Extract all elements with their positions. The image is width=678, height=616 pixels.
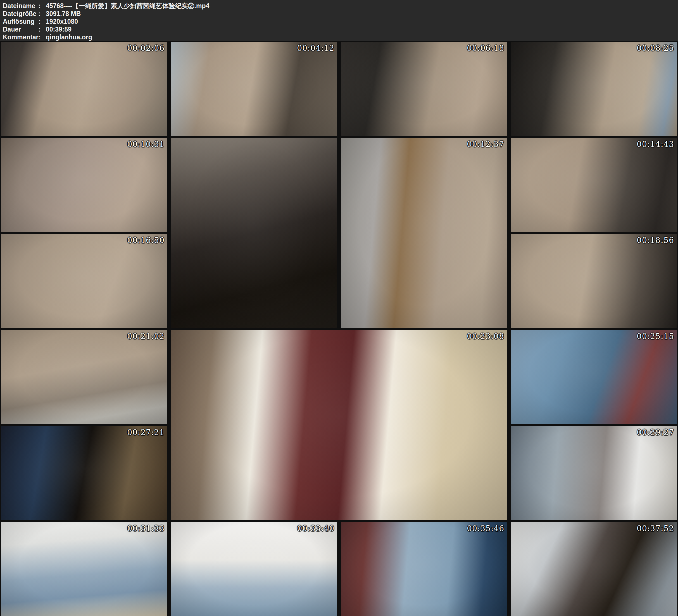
timestamp-overlay: 00:31:33 bbox=[127, 524, 164, 533]
metadata-label: Dauer bbox=[3, 26, 39, 33]
video-thumbnail-15: 00:29:27 bbox=[511, 426, 677, 520]
timestamp-overlay: 00:16:50 bbox=[127, 236, 164, 245]
metadata-label: Kommentar bbox=[3, 33, 39, 41]
metadata-value-comment: qinglanhua.org bbox=[46, 33, 92, 41]
video-thumbnail-16: 00:31:33 bbox=[1, 522, 167, 616]
video-thumbnail-5: 00:10:31 bbox=[1, 138, 167, 232]
timestamp-overlay: 00:29:27 bbox=[637, 428, 674, 437]
video-thumbnail-4: 00:08:25 bbox=[511, 42, 677, 136]
metadata-separator: : bbox=[39, 10, 46, 17]
metadata-separator: : bbox=[39, 17, 46, 26]
metadata-label: Dateiname bbox=[3, 2, 39, 10]
timestamp-overlay: 00:10:31 bbox=[127, 140, 164, 149]
timestamp-overlay: 00:37:52 bbox=[637, 524, 674, 533]
video-thumbnail-6-tall bbox=[171, 138, 337, 328]
video-thumbnail-9: 00:16:50 bbox=[1, 234, 167, 328]
video-thumbnail-17: 00:33:40 bbox=[171, 522, 337, 616]
timestamp-overlay: 00:04:12 bbox=[297, 44, 334, 53]
timestamp-overlay: 00:21:02 bbox=[127, 332, 164, 341]
timestamp-overlay: 00:18:56 bbox=[637, 236, 674, 245]
metadata-row-duration: Dauer : 00:39:59 bbox=[3, 26, 675, 33]
file-metadata-header: Dateiname : 45768----【一绳所爱】素人少妇茜茜绳艺体验纪实②… bbox=[0, 0, 678, 41]
metadata-row-filesize: Dateigröße : 3091.78 MB bbox=[3, 10, 675, 17]
video-thumbnail-12-large: 00:23:08 bbox=[171, 330, 507, 520]
video-contact-sheet: Dateiname : 45768----【一绳所爱】素人少妇茜茜绳艺体验纪实②… bbox=[0, 0, 678, 616]
video-thumbnail-1: 00:02:06 bbox=[1, 42, 167, 136]
video-thumbnail-8: 00:14:43 bbox=[511, 138, 677, 232]
metadata-separator: : bbox=[39, 2, 46, 10]
timestamp-overlay: 00:12:37 bbox=[467, 140, 504, 149]
metadata-value-resolution: 1920x1080 bbox=[46, 17, 78, 26]
timestamp-overlay: 00:27:21 bbox=[127, 428, 164, 437]
timestamp-overlay: 00:08:25 bbox=[637, 44, 674, 53]
video-thumbnail-14: 00:27:21 bbox=[1, 426, 167, 520]
video-thumbnail-19: 00:37:52 bbox=[511, 522, 677, 616]
timestamp-overlay: 00:14:43 bbox=[637, 140, 674, 149]
metadata-row-resolution: Auflösung : 1920x1080 bbox=[3, 17, 675, 26]
thumbnail-grid: 00:02:06 00:04:12 00:06:18 00:08:25 00:1… bbox=[1, 42, 677, 616]
timestamp-overlay: 00:33:40 bbox=[297, 524, 334, 533]
video-thumbnail-11: 00:21:02 bbox=[1, 330, 167, 424]
metadata-row-comment: Kommentar : qinglanhua.org bbox=[3, 33, 675, 41]
timestamp-overlay: 00:23:08 bbox=[467, 332, 504, 341]
video-thumbnail-7-tall: 00:12:37 bbox=[341, 138, 507, 328]
timestamp-overlay: 00:06:18 bbox=[467, 44, 504, 53]
metadata-label: Auflösung bbox=[3, 17, 39, 26]
timestamp-overlay: 00:02:06 bbox=[127, 44, 164, 53]
metadata-value-filename: 45768----【一绳所爱】素人少妇茜茜绳艺体验纪实②.mp4 bbox=[46, 2, 209, 10]
video-thumbnail-10: 00:18:56 bbox=[511, 234, 677, 328]
metadata-label: Dateigröße bbox=[3, 10, 39, 17]
metadata-value-duration: 00:39:59 bbox=[46, 26, 72, 33]
metadata-row-filename: Dateiname : 45768----【一绳所爱】素人少妇茜茜绳艺体验纪实②… bbox=[3, 2, 675, 10]
video-thumbnail-2: 00:04:12 bbox=[171, 42, 337, 136]
metadata-separator: : bbox=[39, 26, 46, 33]
video-thumbnail-3: 00:06:18 bbox=[341, 42, 507, 136]
timestamp-overlay: 00:25:15 bbox=[637, 332, 674, 341]
video-thumbnail-13: 00:25:15 bbox=[511, 330, 677, 424]
metadata-value-filesize: 3091.78 MB bbox=[46, 10, 81, 17]
timestamp-overlay: 00:35:46 bbox=[467, 524, 504, 533]
video-thumbnail-18: 00:35:46 bbox=[341, 522, 507, 616]
metadata-separator: : bbox=[39, 33, 46, 41]
